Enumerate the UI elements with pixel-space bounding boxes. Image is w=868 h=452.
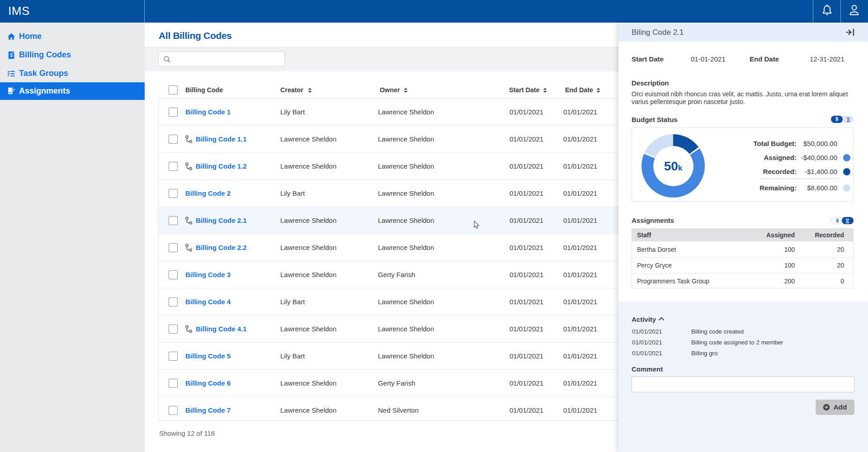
svg-text:$: $ [10, 52, 13, 57]
